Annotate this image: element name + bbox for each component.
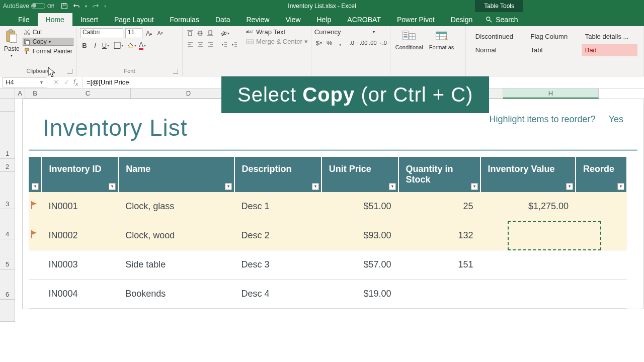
unit-price-cell[interactable]: $51.00 bbox=[321, 192, 398, 221]
unit-price-cell[interactable]: $57.00 bbox=[321, 250, 398, 280]
font-name-combo[interactable]: Calibri bbox=[80, 28, 123, 38]
row-header-3[interactable]: 3 bbox=[0, 172, 15, 209]
table-row[interactable]: IN0004BookendsDesc 4$19.00 bbox=[29, 280, 627, 309]
font-dialog-launcher[interactable] bbox=[173, 69, 178, 74]
underline-button[interactable]: U▾ bbox=[101, 40, 110, 50]
column-header-A[interactable]: A bbox=[15, 88, 25, 99]
reorder-cell[interactable] bbox=[576, 280, 627, 309]
decrease-font-button[interactable]: A▾ bbox=[155, 28, 165, 38]
align-center-button[interactable] bbox=[196, 40, 205, 50]
name-box-dropdown-icon[interactable]: ▼ bbox=[39, 80, 44, 85]
cell-style-flag-column[interactable]: Flag Column bbox=[527, 30, 576, 43]
table-header-quantity-in-stock[interactable]: Quantity in Stock▾ bbox=[398, 157, 480, 192]
tab-formulas[interactable]: Formulas bbox=[162, 13, 207, 26]
tab-design[interactable]: Design bbox=[443, 13, 481, 26]
format-painter-button[interactable]: Format Painter bbox=[23, 47, 73, 55]
reorder-cell[interactable] bbox=[576, 221, 627, 250]
inventory-id-cell[interactable]: IN0003 bbox=[41, 250, 118, 280]
inventory-id-cell[interactable]: IN0004 bbox=[41, 280, 118, 309]
quantity-cell[interactable]: 25 bbox=[398, 192, 480, 221]
decrease-indent-button[interactable] bbox=[220, 40, 229, 50]
tab-file[interactable]: File bbox=[10, 13, 38, 26]
table-header-inventory-value[interactable]: Inventory Value▾ bbox=[480, 157, 576, 192]
cancel-formula-button[interactable]: ✕ bbox=[53, 78, 59, 86]
description-cell[interactable]: Desc 4 bbox=[234, 280, 321, 309]
filter-icon[interactable]: ▾ bbox=[109, 183, 116, 190]
table-row[interactable]: IN0002Clock, woodDesc 2$93.00132 bbox=[29, 221, 627, 250]
autosave-switch[interactable] bbox=[31, 3, 45, 9]
percent-format-button[interactable]: % bbox=[325, 38, 334, 48]
save-icon[interactable] bbox=[61, 3, 68, 10]
column-header-B[interactable]: B bbox=[25, 88, 45, 99]
unit-price-cell[interactable]: $19.00 bbox=[321, 280, 398, 309]
table-header-inventory-id[interactable]: Inventory ID▾ bbox=[41, 157, 118, 192]
format-as-table-button[interactable]: Format as bbox=[427, 28, 456, 51]
quantity-cell[interactable]: 132 bbox=[398, 221, 480, 250]
merge-center-button[interactable]: Merge & Center ▾ bbox=[246, 38, 308, 45]
increase-font-button[interactable]: A▴ bbox=[144, 28, 153, 38]
align-bottom-button[interactable] bbox=[206, 28, 215, 38]
unit-price-cell[interactable]: $93.00 bbox=[321, 221, 398, 250]
autosave-toggle[interactable]: AutoSave Off bbox=[0, 3, 57, 10]
tab-review[interactable]: Review bbox=[238, 13, 278, 26]
flag-cell[interactable] bbox=[29, 221, 41, 250]
filter-icon[interactable]: ▾ bbox=[566, 183, 573, 190]
orientation-button[interactable]: ab▾ bbox=[220, 28, 229, 38]
row-header-6[interactable]: 6 bbox=[0, 269, 15, 300]
cell-style-bad[interactable]: Bad bbox=[582, 44, 637, 56]
merge-dropdown-icon[interactable]: ▾ bbox=[304, 38, 308, 45]
inventory-value-cell[interactable] bbox=[480, 280, 576, 309]
copy-dropdown-icon[interactable]: ▾ bbox=[49, 40, 51, 44]
tab-power-pivot[interactable]: Power Pivot bbox=[389, 13, 443, 26]
accounting-format-button[interactable]: $▾ bbox=[314, 38, 324, 48]
paste-dropdown-icon[interactable]: ▾ bbox=[11, 53, 13, 58]
table-header-unit-price[interactable]: Unit Price▾ bbox=[321, 157, 398, 192]
align-left-button[interactable] bbox=[186, 40, 195, 50]
inventory-id-cell[interactable]: IN0002 bbox=[41, 221, 118, 250]
table-row[interactable]: IN0003Side tableDesc 3$57.00151 bbox=[29, 250, 627, 280]
row-header-2[interactable]: 2 bbox=[0, 159, 15, 172]
increase-decimal-button[interactable]: .0→.00 bbox=[350, 38, 367, 48]
tab-acrobat[interactable]: ACROBAT bbox=[339, 13, 389, 26]
cell-style-normal[interactable]: Normal bbox=[472, 44, 522, 56]
name-cell[interactable]: Clock, glass bbox=[118, 192, 234, 221]
cell-style-discontinued[interactable]: Discontinued bbox=[472, 30, 522, 43]
cell-style-table-details-[interactable]: Table details ... bbox=[582, 30, 637, 43]
table-header-flag[interactable]: ▾ bbox=[29, 157, 41, 192]
name-cell[interactable]: Side table bbox=[118, 250, 234, 280]
paste-button[interactable]: Paste ▾ bbox=[3, 28, 21, 59]
filter-icon[interactable]: ▾ bbox=[312, 183, 319, 190]
tab-insert[interactable]: Insert bbox=[72, 13, 106, 26]
enter-formula-button[interactable]: ✓ bbox=[64, 78, 69, 86]
cut-button[interactable]: Cut bbox=[23, 28, 73, 36]
redo-icon[interactable] bbox=[92, 3, 99, 10]
reorder-cell[interactable] bbox=[576, 192, 627, 221]
description-cell[interactable]: Desc 1 bbox=[234, 192, 321, 221]
column-header-H[interactable]: H bbox=[503, 88, 599, 99]
row-header-blank[interactable] bbox=[0, 300, 15, 322]
font-color-button[interactable]: A▾ bbox=[138, 40, 147, 50]
table-header-description[interactable]: Description▾ bbox=[234, 157, 321, 192]
wrap-text-button[interactable]: ab Wrap Text bbox=[246, 28, 308, 36]
tell-me-search[interactable]: Search bbox=[480, 13, 523, 26]
redo-dropdown-icon[interactable]: ▾ bbox=[104, 4, 106, 9]
row-header-4[interactable]: 4 bbox=[0, 209, 15, 239]
flag-cell[interactable] bbox=[29, 250, 41, 280]
clipboard-dialog-launcher[interactable] bbox=[67, 69, 72, 74]
border-button[interactable]: ▾ bbox=[114, 40, 123, 50]
filter-icon[interactable]: ▾ bbox=[225, 183, 232, 190]
flag-cell[interactable] bbox=[29, 192, 41, 221]
row-header-1[interactable]: 1 bbox=[0, 112, 15, 159]
decrease-decimal-button[interactable]: .00→.0 bbox=[369, 38, 386, 48]
table-row[interactable]: IN0001Clock, glassDesc 1$51.0025$1,275.0… bbox=[29, 192, 627, 221]
font-size-combo[interactable]: 11 bbox=[125, 28, 142, 38]
fill-color-button[interactable]: ▾ bbox=[127, 40, 136, 50]
inventory-value-cell[interactable] bbox=[480, 221, 576, 250]
select-all-corner[interactable] bbox=[0, 88, 15, 99]
filter-icon[interactable]: ▾ bbox=[617, 183, 624, 190]
name-cell[interactable]: Bookends bbox=[118, 280, 234, 309]
reorder-cell[interactable] bbox=[576, 250, 627, 280]
flag-cell[interactable] bbox=[29, 280, 41, 309]
inventory-value-cell[interactable] bbox=[480, 250, 576, 280]
number-format-combo[interactable]: Currency▾ bbox=[314, 28, 375, 36]
